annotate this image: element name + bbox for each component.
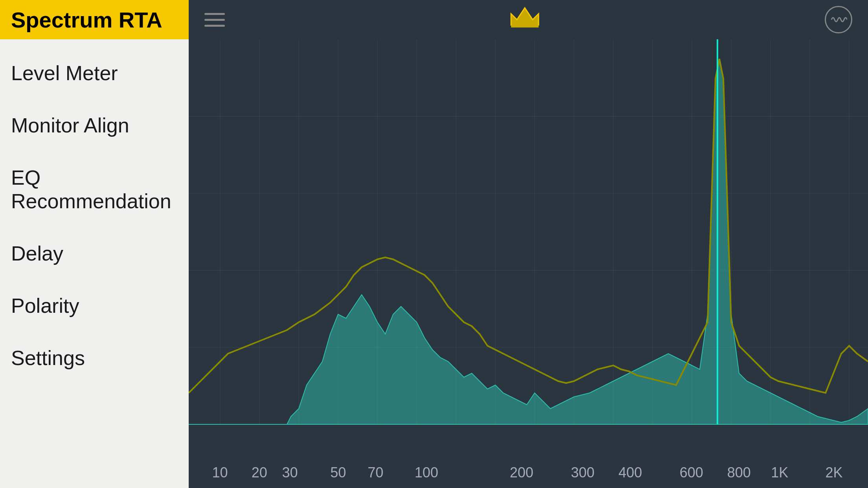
sidebar-item-eq-recommendation[interactable]: EQ Recommendation <box>0 152 189 227</box>
x-label-600: 600 <box>680 464 703 481</box>
svg-marker-0 <box>511 8 539 26</box>
x-label-1k: 1K <box>771 464 788 481</box>
x-label-100: 100 <box>415 464 438 481</box>
sidebar-item-settings[interactable]: Settings <box>0 332 189 384</box>
waveform-icon[interactable] <box>825 6 852 33</box>
sidebar: Spectrum RTA Level Meter Monitor Align E… <box>0 0 189 488</box>
x-label-300: 300 <box>571 464 594 481</box>
sidebar-item-polarity[interactable]: Polarity <box>0 280 189 332</box>
toolbar <box>189 0 868 39</box>
sidebar-menu: Level Meter Monitor Align EQ Recommendat… <box>0 39 189 488</box>
sidebar-title: Spectrum RTA <box>11 7 162 33</box>
sidebar-item-delay[interactable]: Delay <box>0 227 189 280</box>
sidebar-item-level-meter[interactable]: Level Meter <box>0 47 189 99</box>
x-label-400: 400 <box>618 464 642 481</box>
hamburger-icon[interactable] <box>204 13 225 27</box>
x-label-200: 200 <box>510 464 533 481</box>
x-label-70: 70 <box>368 464 383 481</box>
main-content: 10 20 30 50 70 100 200 300 400 600 800 1… <box>189 0 868 488</box>
x-axis: 10 20 30 50 70 100 200 300 400 600 800 1… <box>189 457 868 488</box>
x-label-2k: 2K <box>826 464 843 481</box>
svg-marker-1 <box>511 26 539 28</box>
x-label-10: 10 <box>212 464 228 481</box>
x-label-30: 30 <box>282 464 298 481</box>
chart-area <box>189 39 868 457</box>
x-label-50: 50 <box>330 464 346 481</box>
x-label-20: 20 <box>252 464 267 481</box>
sidebar-item-monitor-align[interactable]: Monitor Align <box>0 99 189 152</box>
crown-icon[interactable] <box>509 6 541 33</box>
sidebar-header: Spectrum RTA <box>0 0 189 39</box>
x-label-800: 800 <box>727 464 751 481</box>
